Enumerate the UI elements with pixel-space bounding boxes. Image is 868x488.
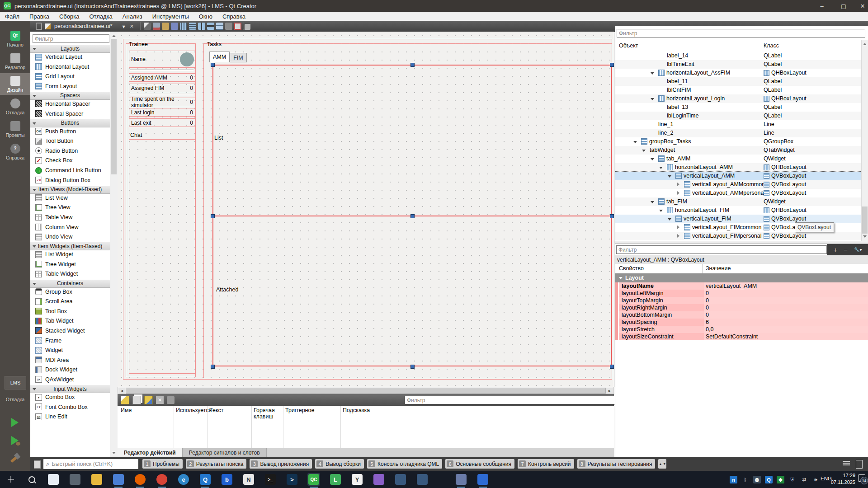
chevron-down-icon[interactable] — [651, 98, 654, 102]
taskbar-blue-window-icon[interactable] — [476, 473, 489, 486]
kit-selector[interactable]: LMS — [5, 376, 26, 389]
mode-Начало[interactable]: QtНачало — [0, 28, 30, 50]
object-filter-input[interactable]: Фильтр — [617, 29, 865, 38]
close-button[interactable]: ✕ — [852, 0, 868, 12]
chevron-right-icon[interactable] — [677, 183, 681, 186]
widgetbox-section-Spacers[interactable]: Spacers — [30, 91, 110, 100]
widgetbox-section-Buttons[interactable]: Buttons — [30, 119, 110, 127]
widget-Frame[interactable]: Frame — [30, 336, 110, 345]
tree-row-horizontalLayout_Login[interactable]: horizontalLayout_LoginQHBoxLayout — [615, 94, 861, 103]
tray-n-app[interactable]: n — [730, 476, 737, 483]
taskbar-postgres-icon[interactable] — [394, 473, 407, 486]
taskbar-postgres-2-icon[interactable] — [416, 473, 429, 486]
start-button[interactable] — [5, 473, 17, 486]
menu-Инструменты[interactable]: Инструменты — [147, 12, 194, 21]
tree-row-groupBox_Tasks[interactable]: groupBox_TasksQGroupBox — [615, 137, 861, 146]
tray-defender[interactable]: ⛨ — [788, 476, 796, 483]
selection-handle[interactable] — [410, 365, 415, 369]
menu-Правка[interactable]: Правка — [24, 12, 54, 21]
output-pane-Вывод приложения[interactable]: 3Вывод приложения — [250, 459, 312, 469]
scroll-thumb[interactable] — [111, 39, 117, 174]
taskbar-q-app-icon[interactable]: Q — [199, 473, 212, 486]
tree-row-verticalLayout_AMMpersonal[interactable]: verticalLayout_AMMpersonalQVBoxLayout — [615, 189, 861, 197]
copy-action-icon[interactable] — [132, 396, 141, 404]
widget-List Widget[interactable]: List Widget — [30, 250, 110, 259]
form-row-Assigned FIM[interactable]: Assigned FIM0 — [129, 84, 195, 92]
tree-row-tabWidget[interactable]: tabWidgetQTabWidget — [615, 146, 861, 155]
output-pane-Результаты тестирования[interactable]: 8Результаты тестирования — [577, 459, 656, 469]
menu-Отладка[interactable]: Отладка — [84, 12, 117, 21]
taskbar-cmd-icon[interactable]: >_ — [264, 473, 277, 486]
widget-Form Layout[interactable]: Form Layout — [30, 81, 110, 91]
widget-Line Edit[interactable]: Line Edit — [30, 412, 110, 422]
property-row-layoutSizeConstraint[interactable]: layoutSizeConstraintSetDefaultConstraint — [615, 333, 868, 340]
selection-handle[interactable] — [410, 63, 415, 67]
lines-icon[interactable] — [843, 461, 850, 466]
tab-Редактор действий[interactable]: Редактор действий — [118, 448, 183, 457]
chevron-down-icon[interactable] — [668, 175, 671, 179]
chevron-right-icon[interactable] — [677, 225, 681, 229]
column-header-Подсказка[interactable]: Подсказка — [340, 406, 413, 416]
taskbar-edge-icon[interactable]: e — [177, 473, 190, 486]
tree-row-horizontalLayout_AssFIM[interactable]: horizontalLayout_AssFIMQHBoxLayout — [615, 69, 861, 77]
widget-Horizontal Layout[interactable]: Horizontal Layout — [30, 62, 110, 71]
taskbar-contacts-icon[interactable] — [47, 473, 60, 486]
widget-Vertical Layout[interactable]: Vertical Layout — [30, 52, 110, 62]
maximize-button[interactable]: ▢ — [833, 0, 854, 12]
selection-handle[interactable] — [610, 365, 614, 369]
value-column-header[interactable]: Значение — [706, 265, 731, 272]
taskbar-calculator-icon[interactable] — [69, 473, 81, 486]
configure-icon[interactable] — [167, 396, 175, 404]
chat-groupbox[interactable] — [129, 139, 195, 374]
selection-handle[interactable] — [610, 63, 614, 67]
widget-MDI Area[interactable]: MDI Area — [30, 355, 110, 365]
hscroll-thumb[interactable] — [126, 388, 606, 394]
output-pane-Контроль версий[interactable]: 7Контроль версий — [518, 459, 574, 469]
column-header-Триггерное[interactable]: Триггерное — [283, 406, 340, 416]
widgetbox-section-Containers[interactable]: Containers — [30, 279, 110, 288]
chevron-right-icon[interactable] — [677, 191, 681, 195]
chevron-down-icon[interactable] — [659, 210, 663, 214]
tree-row-verticalLayout_AMM[interactable]: verticalLayout_AMMQVBoxLayout — [615, 172, 861, 180]
widget-Table Widget[interactable]: Table Widget — [30, 269, 110, 279]
break-layout-icon[interactable] — [234, 23, 241, 30]
output-pane-Результаты поиска[interactable]: 2Результаты поиска — [186, 459, 247, 469]
menu-Анализ[interactable]: Анализ — [118, 12, 147, 21]
form-row-Last exit[interactable]: Last exit0 — [129, 118, 195, 127]
tree-row-tab_FIM[interactable]: tab_FIMQWidget — [615, 197, 861, 206]
mode-Редактор[interactable]: Редактор — [0, 51, 30, 72]
edit-signals-icon[interactable] — [153, 23, 160, 30]
tray-volume[interactable]: 🕪 — [812, 476, 820, 483]
output-pane-Проблемы[interactable]: 1Проблемы — [142, 459, 183, 469]
edit-widgets-icon[interactable] — [144, 23, 151, 30]
class-column-header[interactable]: Класс — [764, 42, 779, 49]
pane-spinner[interactable]: ▲ ▼ — [658, 459, 666, 469]
widget-Group Box[interactable]: Group Box — [30, 287, 110, 296]
mode-Проекты[interactable]: Проекты — [0, 118, 30, 140]
edit-action-icon[interactable] — [144, 396, 153, 404]
tree-row-label_13[interactable]: label_13QLabel — [615, 103, 861, 112]
panel-toggle-icon[interactable] — [856, 460, 863, 469]
menu-Сборка[interactable]: Сборка — [54, 12, 85, 21]
form-editor-canvas[interactable]: Trainee Name Assigned AMM0Assigned FIM0 … — [118, 32, 614, 387]
selection-handle[interactable] — [410, 214, 415, 218]
tree-row-horizontalLayout_FIM[interactable]: horizontalLayout_FIMQHBoxLayout — [615, 206, 861, 215]
selection-handle[interactable] — [211, 365, 215, 369]
scroll-up-icon[interactable] — [112, 33, 116, 37]
clock[interactable]: 17:29 07.11.2025 — [831, 472, 855, 486]
widgetbox-section-Item Views (Model-Based)[interactable]: Item Views (Model-Based) — [30, 185, 110, 194]
add-property-icon[interactable]: + — [834, 246, 837, 253]
form-row-Time spent on the simulator[interactable]: Time spent on the simulator0 — [129, 98, 195, 106]
property-column-header[interactable]: Свойство — [619, 265, 644, 272]
scroll-right-icon[interactable]: ► — [606, 388, 613, 394]
widget-Grid Layout[interactable]: Grid Layout — [30, 72, 110, 81]
selection-handle[interactable] — [211, 63, 215, 67]
menu-Справка[interactable]: Справка — [217, 12, 250, 21]
widget-QAxWidget[interactable]: QAxWidget — [30, 375, 110, 384]
edit-taborder-icon[interactable] — [171, 23, 178, 30]
canvas-hscrollbar[interactable]: ◄ ► — [118, 387, 614, 394]
debug-run-button[interactable] — [7, 433, 23, 448]
taskbar-kite-icon[interactable] — [373, 473, 385, 486]
widget-Dialog Button Box[interactable]: Dialog Button Box — [30, 175, 110, 185]
tray-bluetooth[interactable]: ᛒ — [741, 476, 749, 483]
